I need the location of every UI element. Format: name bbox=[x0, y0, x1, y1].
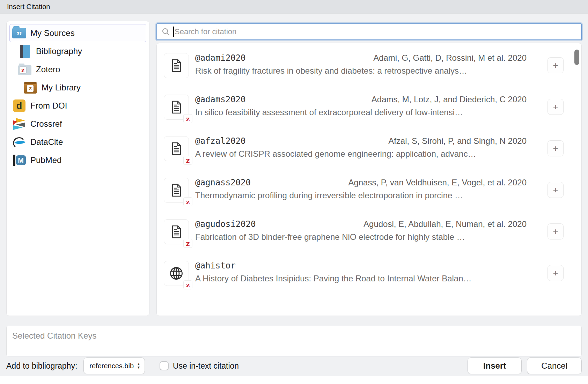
citation-row[interactable]: z@afzal2020Afzal, S, Sirohi, P, and Sing… bbox=[164, 136, 581, 161]
document-icon bbox=[169, 99, 184, 115]
citation-authors: Adami, G, Gatti, D, Rossini, M et al. 20… bbox=[373, 53, 527, 63]
dialog-title: Insert Citation bbox=[7, 3, 50, 11]
sidebar-item-label: My Library bbox=[42, 83, 81, 93]
sidebar-item-label: From DOI bbox=[30, 101, 67, 111]
crossref-icon bbox=[12, 117, 26, 131]
citation-text: @agnass2020Agnass, P, van Veldhuisen, E,… bbox=[195, 178, 527, 200]
citation-key: @adami2020 bbox=[195, 53, 246, 63]
add-citation-button[interactable]: + bbox=[547, 223, 564, 239]
datacite-icon bbox=[12, 135, 26, 149]
citation-title: Risk of fragility fractures in obesity a… bbox=[195, 66, 527, 76]
scrollbar-thumb[interactable] bbox=[574, 50, 579, 65]
citation-icon-box: z bbox=[164, 95, 189, 120]
bibliography-file-value: references.bib bbox=[89, 362, 134, 370]
citation-key: @agudosi2020 bbox=[195, 219, 256, 229]
use-in-text-citation-label: Use in-text citation bbox=[173, 361, 239, 371]
sidebar-item-label: PubMed bbox=[30, 155, 61, 165]
citation-key: @afzal2020 bbox=[195, 136, 246, 146]
citation-text: @agudosi2020Agudosi, E, Abdullah, E, Num… bbox=[195, 219, 527, 242]
bibliography-file-select[interactable]: references.bib ▲▼ bbox=[83, 357, 145, 374]
sidebar-item-label: Bibliography bbox=[36, 46, 82, 56]
add-to-bibliography-label: Add to bibliography: bbox=[6, 361, 77, 371]
citation-row[interactable]: @adami2020Adami, G, Gatti, D, Rossini, M… bbox=[164, 53, 581, 78]
citation-row[interactable]: z@ahistorA History of Diabetes Insipidus… bbox=[164, 261, 581, 286]
sidebar-item-my-library[interactable]: zMy Library bbox=[9, 79, 146, 97]
zotero-badge: z bbox=[183, 156, 192, 165]
add-citation-button[interactable]: + bbox=[547, 140, 564, 156]
citation-icon-box: z bbox=[164, 219, 189, 244]
dialog-titlebar: Insert Citation bbox=[0, 0, 588, 14]
sidebar-item-label: Zotero bbox=[36, 65, 60, 74]
sidebar-item-bibliography[interactable]: Bibliography bbox=[9, 42, 146, 60]
citation-authors: Adams, M, Lotz, J, and Diederich, C 2020 bbox=[372, 95, 527, 104]
document-icon bbox=[169, 224, 184, 239]
zotero-badge: z bbox=[183, 280, 192, 289]
updown-arrows-icon: ▲▼ bbox=[137, 362, 140, 369]
globe-icon bbox=[168, 265, 184, 281]
citation-icon-box: z bbox=[164, 136, 189, 161]
citation-title: Fabrication of 3D binder-free graphene N… bbox=[195, 232, 527, 242]
sidebar-item-zotero[interactable]: zZotero bbox=[9, 60, 146, 79]
citation-icon-box bbox=[164, 53, 189, 78]
add-citation-button[interactable]: + bbox=[547, 182, 564, 198]
citation-row[interactable]: z@agnass2020Agnass, P, van Veldhuisen, E… bbox=[164, 178, 581, 203]
document-icon bbox=[169, 183, 184, 198]
citation-text: @adams2020Adams, M, Lotz, J, and Diederi… bbox=[195, 95, 527, 117]
citation-key: @adams2020 bbox=[195, 95, 246, 104]
citation-row[interactable]: z@adams2020Adams, M, Lotz, J, and Dieder… bbox=[164, 95, 581, 120]
citation-row[interactable]: z@agudosi2020Agudosi, E, Abdullah, E, Nu… bbox=[164, 219, 581, 244]
citation-key: @ahistor bbox=[195, 261, 236, 271]
sidebar-item-datacite[interactable]: DataCite bbox=[9, 133, 146, 151]
citation-text: @adami2020Adami, G, Gatti, D, Rossini, M… bbox=[195, 53, 527, 76]
citation-icon-box: z bbox=[164, 261, 189, 286]
sidebar-item-label: My Sources bbox=[30, 28, 75, 38]
insert-button[interactable]: Insert bbox=[468, 357, 522, 374]
citation-text: @ahistorA History of Diabetes Insipidus:… bbox=[195, 261, 527, 283]
quotes-folder-icon: ” bbox=[12, 26, 26, 40]
add-citation-button[interactable]: + bbox=[547, 99, 564, 115]
use-in-text-citation-checkbox[interactable] bbox=[160, 361, 169, 370]
citation-text: @afzal2020Afzal, S, Sirohi, P, and Singh… bbox=[195, 136, 527, 159]
document-icon bbox=[169, 141, 184, 156]
citation-title: A review of CRISPR associated genome eng… bbox=[195, 149, 527, 159]
sidebar-item-from-doi[interactable]: dFrom DOI bbox=[9, 97, 146, 115]
pubmed-icon: M bbox=[12, 153, 26, 167]
zotero-library-icon: z bbox=[23, 81, 37, 95]
document-icon bbox=[169, 58, 184, 73]
citation-list: @adami2020Adami, G, Gatti, D, Rossini, M… bbox=[156, 43, 582, 316]
citation-authors: Afzal, S, Sirohi, P, and Singh, N 2020 bbox=[388, 136, 527, 146]
add-citation-button[interactable]: + bbox=[547, 57, 564, 73]
citation-key: @agnass2020 bbox=[195, 178, 251, 187]
zotero-badge: z bbox=[183, 239, 192, 248]
citation-title: A History of Diabetes Insipidus: Paving … bbox=[195, 274, 527, 283]
cancel-button[interactable]: Cancel bbox=[527, 357, 582, 374]
bottom-strip bbox=[0, 376, 588, 384]
citation-authors: Agudosi, E, Abdullah, E, Numan, et al. 2… bbox=[363, 219, 527, 229]
citation-title: Thermodynamic profiling during irreversi… bbox=[195, 191, 527, 200]
selected-citation-keys-input[interactable] bbox=[6, 326, 582, 356]
zotero-badge: z bbox=[183, 197, 192, 206]
citation-title: In silico feasibility assessment of extr… bbox=[195, 108, 527, 117]
add-citation-button[interactable]: + bbox=[547, 265, 564, 281]
sources-sidebar: ”My SourcesBibliographyzZoterozMy Librar… bbox=[6, 21, 149, 316]
sidebar-item-label: DataCite bbox=[30, 137, 63, 147]
doi-icon: d bbox=[12, 99, 26, 113]
sidebar-item-my-sources[interactable]: ”My Sources bbox=[9, 24, 146, 42]
search-icon bbox=[161, 27, 170, 36]
book-icon bbox=[18, 44, 32, 58]
sidebar-item-crossref[interactable]: Crossref bbox=[9, 115, 146, 133]
citation-icon-box: z bbox=[164, 178, 189, 203]
zotero-folder-icon: z bbox=[18, 62, 32, 76]
sidebar-item-label: Crossref bbox=[30, 119, 62, 129]
sidebar-item-pubmed[interactable]: MPubMed bbox=[9, 151, 146, 169]
zotero-badge: z bbox=[183, 114, 192, 123]
footer-bar: Add to bibliography: references.bib ▲▼ U… bbox=[6, 357, 582, 375]
citation-rows: @adami2020Adami, G, Gatti, D, Rossini, M… bbox=[164, 53, 581, 286]
search-citation-box[interactable] bbox=[156, 23, 582, 40]
citation-authors: Agnass, P, van Veldhuisen, E, Vogel, et … bbox=[348, 178, 527, 187]
search-input[interactable] bbox=[174, 27, 581, 36]
